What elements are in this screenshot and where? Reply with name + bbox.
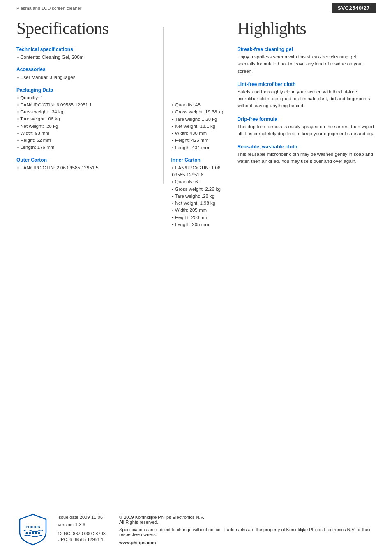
highlight-item-1: Lint-free microfiber cloth Safely and th…	[237, 81, 376, 110]
packaging-item-2: Gross weight: .34 kg	[16, 109, 155, 116]
svg-point-5	[38, 532, 40, 534]
inner-carton-item-3: Tare weight: .28 kg	[171, 193, 225, 200]
footer-col3: © 2009 Koninklijke Philips Electronics N…	[119, 515, 376, 545]
highlight-text-3: This reusable microfiber cloth may be wa…	[237, 151, 376, 165]
svg-point-4	[35, 532, 37, 534]
packaging-data-section: Packaging Data Quantity: 1 EAN/UPC/GTIN:…	[16, 87, 155, 151]
footer-disclaimer: Specifications are subject to change wit…	[119, 527, 376, 537]
pkg-right-item-6: Length: 434 mm	[171, 144, 225, 151]
highlight-heading-0: Streak-free cleaning gel	[237, 46, 376, 52]
middle-column: Quantity: 48 Gross weight: 19.38 kg Tare…	[163, 14, 229, 233]
footer-copyright: © 2009 Koninklijke Philips Electronics N…	[119, 515, 376, 520]
pkg-right-item-1: Gross weight: 19.38 kg	[171, 109, 225, 116]
inner-carton-item-1: Quantity: 6	[171, 178, 225, 185]
svg-point-3	[32, 532, 34, 534]
right-column: Highlights Streak-free cleaning gel Enjo…	[229, 14, 376, 233]
inner-carton-item-0: EAN/UPC/GTIN: 1 06 09585 12951 8	[171, 164, 225, 179]
pkg-right-item-5: Height: 425 mm	[171, 137, 225, 144]
footer-upc: UPC: 6 09585 12951 1	[58, 537, 107, 542]
packaging-item-5: Width: 93 mm	[16, 130, 155, 137]
header: Plasma and LCD screen cleaner SVC2540/27	[0, 0, 392, 14]
product-category: Plasma and LCD screen cleaner	[16, 6, 81, 11]
tech-spec-item-0: Contents: Cleaning Gel, 200ml	[16, 54, 155, 61]
footer-issue-date: Issue date 2009-11-06	[58, 515, 107, 520]
highlight-item-0: Streak-free cleaning gel Enjoy a spotles…	[237, 46, 376, 75]
outer-carton-heading: Outer Carton	[16, 157, 155, 163]
footer-nc: 12 NC: 8670 000 28708	[58, 531, 107, 536]
highlight-item-3: Reusable, washable cloth This reusable m…	[237, 144, 376, 165]
accessories-item-0: User Manual: 3 languages	[16, 74, 155, 81]
highlights-title: Highlights	[237, 18, 376, 38]
footer-rights: All Rights reserved.	[119, 520, 376, 525]
model-badge: SVC2540/27	[332, 3, 376, 13]
column-divider	[163, 27, 164, 184]
svg-point-1	[26, 532, 28, 534]
accessories-section: Accessories User Manual: 3 languages	[16, 67, 155, 81]
pkg-right-item-4: Width: 430 mm	[171, 130, 225, 137]
highlight-text-2: This drip-free formula is easily sprayed…	[237, 123, 376, 138]
specs-title: Specifications	[16, 18, 155, 38]
footer-version: Version: 1.3.6	[58, 522, 107, 527]
inner-carton-item-7: Length: 205 mm	[171, 221, 225, 228]
main-content: Specifications Technical specifications …	[0, 14, 392, 233]
highlight-heading-1: Lint-free microfiber cloth	[237, 81, 376, 87]
inner-carton-item-5: Width: 205 mm	[171, 207, 225, 214]
packaging-data-heading: Packaging Data	[16, 87, 155, 93]
packaging-item-3: Tare weight: .06 kg	[16, 116, 155, 123]
highlight-heading-2: Drip-free formula	[237, 116, 376, 122]
packaging-item-6: Height: 62 mm	[16, 137, 155, 144]
packaging-item-7: Length: 176 mm	[16, 144, 155, 151]
footer: PHILIPS Issue date 2009-11-06 Version: 1…	[0, 504, 392, 555]
footer-nc-block: 12 NC: 8670 000 28708 UPC: 6 09585 12951…	[58, 531, 107, 542]
highlight-item-2: Drip-free formula This drip-free formula…	[237, 116, 376, 138]
inner-carton-section: Inner Carton EAN/UPC/GTIN: 1 06 09585 12…	[171, 157, 225, 228]
inner-carton-heading: Inner Carton	[171, 157, 225, 163]
pkg-right-item-3: Net weight: 18.1 kg	[171, 123, 225, 130]
pkg-right-item-0: Quantity: 48	[171, 102, 225, 109]
page: Plasma and LCD screen cleaner SVC2540/27…	[0, 0, 392, 555]
accessories-heading: Accessories	[16, 67, 155, 72]
highlight-text-0: Enjoy a spotless screen with this streak…	[237, 53, 376, 75]
packaging-item-0: Quantity: 1	[16, 95, 155, 102]
footer-info: Issue date 2009-11-06 Version: 1.3.6 12 …	[58, 513, 376, 545]
packaging-item-4: Net weight: .28 kg	[16, 123, 155, 130]
outer-carton-item-0: EAN/UPC/GTIN: 2 06 09585 12951 5	[16, 164, 155, 171]
inner-carton-item-2: Gross weight: 2.26 kg	[171, 186, 225, 193]
footer-col1: Issue date 2009-11-06 Version: 1.3.6 12 …	[58, 515, 107, 543]
outer-carton-section: Outer Carton EAN/UPC/GTIN: 2 06 09585 12…	[16, 157, 155, 171]
packaging-right-spacer: Quantity: 48 Gross weight: 19.38 kg Tare…	[171, 48, 225, 151]
footer-website: www.philips.com	[119, 540, 376, 545]
highlight-text-1: Safely and thoroughly clean your screen …	[237, 88, 376, 110]
technical-specs-heading: Technical specifications	[16, 46, 155, 52]
pkg-right-item-2: Tare weight: 1.28 kg	[171, 116, 225, 123]
svg-point-2	[29, 532, 31, 534]
philips-logo: PHILIPS	[16, 513, 49, 547]
svg-text:PHILIPS: PHILIPS	[25, 525, 40, 529]
left-column: Specifications Technical specifications …	[16, 14, 163, 233]
footer-copyright-block: © 2009 Koninklijke Philips Electronics N…	[119, 515, 376, 525]
technical-specs-section: Technical specifications Contents: Clean…	[16, 46, 155, 61]
highlight-heading-3: Reusable, washable cloth	[237, 144, 376, 150]
inner-carton-item-4: Net weight: 1.98 kg	[171, 200, 225, 207]
packaging-item-1: EAN/UPC/GTIN: 6 09585 12951 1	[16, 102, 155, 109]
spacer-block	[171, 48, 225, 102]
inner-carton-item-6: Height: 200 mm	[171, 214, 225, 221]
